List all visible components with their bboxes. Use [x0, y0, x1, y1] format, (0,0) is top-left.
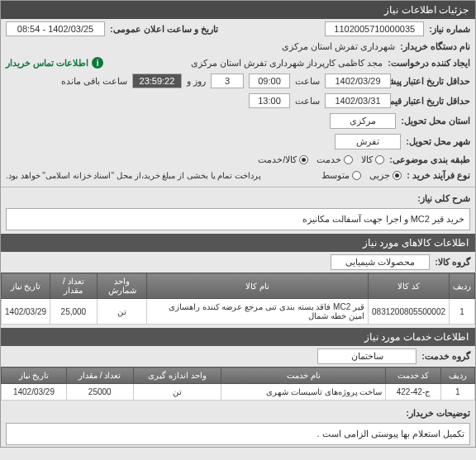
deadline-remain-label: ساعت باقی مانده — [61, 76, 127, 87]
table-header: تعداد / مقدار — [66, 368, 133, 384]
radio-icon — [393, 171, 402, 180]
buyer-notes-label: توضیحات خریدار: — [406, 408, 470, 419]
announce-datetime-label: تاریخ و ساعت اعلان عمومی: — [110, 24, 218, 35]
buyprocess-note: پرداخت تمام یا بخشی از مبلغ خرید،از محل … — [6, 171, 261, 180]
table-header: واحد اندازه گیری — [133, 368, 221, 384]
table-cell: قیر MC2 فاقد بسته بندی تنی مرجع عرضه کنن… — [147, 299, 369, 325]
buyprocess-option[interactable]: متوسط — [321, 170, 361, 181]
radio-icon — [375, 155, 384, 164]
table-cell: 1402/03/29 — [2, 299, 50, 325]
deadline-label: حداقل تاریخ اعتبار پیشنهاد: — [396, 76, 470, 87]
general-desc-label: شرح کلی نیاز: — [417, 193, 470, 204]
city-label: شهر محل تحویل: — [406, 136, 470, 147]
table-header: کد کالا — [369, 273, 450, 299]
table-cell: 25,000 — [50, 299, 98, 325]
info-icon: i — [92, 57, 103, 69]
contact-info-link[interactable]: i اطلاعات تماس خریدار — [6, 57, 103, 69]
validity-label: حداقل تاریخ اعتبار قیمت: تا تاریخ: — [396, 96, 470, 107]
table-header: نام خدمت — [221, 368, 386, 384]
buyer-org-label: نام دستگاه خریدار: — [400, 41, 470, 52]
buyprocess-label: نوع فرآیند خرید : — [407, 170, 470, 181]
goods-group-label: گروه کالا: — [435, 257, 470, 268]
services-section-header: اطلاعات خدمات مورد نیاز — [1, 328, 475, 346]
deadline-time: 09:00 — [249, 74, 290, 88]
services-table: ردیفکد خدمتنام خدمتواحد اندازه گیریتعداد… — [1, 367, 475, 401]
buyer-notes-value: تکمیل استعلام بها پیوستی الزامی است . — [6, 423, 470, 445]
table-cell: ساخت پروژه‌های تاسیسات شهری — [221, 384, 386, 401]
validity-time: 13:00 — [249, 93, 290, 108]
table-cell: تن — [133, 384, 221, 401]
classification-label: طبقه بندی موضوعی: — [389, 154, 470, 165]
deadline-days: 3 — [211, 74, 244, 88]
contact-info-text: اطلاعات تماس خریدار — [6, 58, 88, 69]
buyprocess-option-label: متوسط — [321, 170, 350, 181]
table-cell: 1402/03/29 — [2, 384, 67, 401]
classification-option[interactable]: کالا — [361, 154, 384, 165]
requester-label: ایجاد کننده درخواست: — [388, 58, 470, 69]
table-cell: 0831200805500002 — [369, 299, 450, 325]
classification-option[interactable]: خدمت — [317, 154, 353, 165]
deadline-date: 1402/03/29 — [325, 74, 391, 88]
table-header: تاریخ نیاز — [2, 368, 67, 384]
need-number-label: شماره نیاز: — [429, 24, 470, 35]
need-number-value: 1102005710000035 — [325, 21, 424, 36]
announce-datetime-value: 1402/03/25 - 08:54 — [6, 21, 105, 36]
buyprocess-option[interactable]: جزیی — [369, 170, 402, 181]
table-header: تاریخ نیاز — [2, 273, 50, 299]
table-cell: تن — [97, 299, 147, 325]
classification-option-label: خدمت — [317, 154, 341, 165]
table-header: تعداد / مقدار — [50, 273, 98, 299]
classification-option-label: کالا/خدمت — [258, 154, 297, 165]
services-group-label: گروه خدمت: — [421, 351, 470, 362]
classification-option-label: کالا — [361, 154, 373, 165]
table-header: ردیف — [440, 368, 474, 384]
table-cell: 1 — [450, 299, 475, 325]
validity-time-label: ساعت — [295, 96, 320, 107]
window-title: جزئیات اطلاعات نیاز — [1, 1, 475, 19]
deadline-time-label: ساعت — [295, 76, 320, 87]
city-value: تفرش — [335, 134, 401, 149]
table-row[interactable]: 10831200805500002قیر MC2 فاقد بسته بندی … — [2, 299, 475, 325]
buyprocess-option-label: جزیی — [369, 170, 390, 181]
province-value: مرکزی — [330, 113, 396, 129]
table-cell: ج-42-422 — [386, 384, 440, 401]
table-header: واحد شمارش — [97, 273, 147, 299]
table-row[interactable]: 1ج-42-422ساخت پروژه‌های تاسیسات شهریتن25… — [2, 384, 475, 401]
services-group-value: ساختمان — [317, 349, 416, 364]
table-header: نام کالا — [147, 273, 369, 299]
buyer-org-value: شهرداری تفرش استان مرکزی — [282, 41, 395, 52]
table-header: ردیف — [450, 273, 475, 299]
table-header: کد خدمت — [386, 368, 440, 384]
table-cell: 1 — [440, 384, 474, 401]
classification-option[interactable]: کالا/خدمت — [258, 154, 308, 165]
goods-table: ردیفکد کالانام کالاواحد شمارشتعداد / مقد… — [1, 273, 475, 325]
validity-date: 1402/03/31 — [325, 93, 391, 108]
requester-value: مجد کاظمی کارپرداز شهرداری تفرش استان مر… — [191, 58, 383, 69]
goods-section-header: اطلاعات کالاهای مورد نیاز — [1, 234, 475, 252]
deadline-days-label: روز و — [187, 76, 206, 87]
deadline-remain: 23:59:22 — [132, 74, 182, 88]
general-desc-value: خرید قیر MC2 و اجرا جهت آسفالت مکانیزه — [6, 208, 470, 230]
table-cell: 25000 — [66, 384, 133, 401]
radio-icon — [344, 155, 353, 164]
radio-icon — [299, 155, 308, 164]
goods-group-value: محصولات شیمیایی — [331, 254, 430, 270]
radio-icon — [352, 171, 361, 180]
province-label: استان محل تحویل: — [401, 116, 470, 126]
